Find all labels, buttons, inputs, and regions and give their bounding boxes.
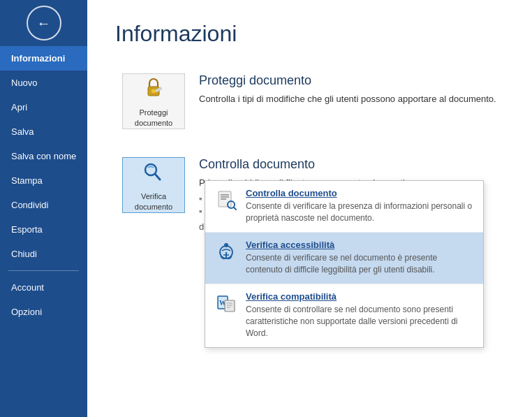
sidebar-item-salva-con-nome[interactable]: Salva con nome <box>0 144 87 168</box>
dropdown-desc-accessibilita: Consente di verificare se nel documento … <box>246 252 475 277</box>
sidebar-item-account[interactable]: Account <box>0 275 87 300</box>
sidebar-item-salva[interactable]: Salva <box>0 119 87 144</box>
svg-line-4 <box>155 174 160 180</box>
back-button[interactable]: ← <box>27 6 61 41</box>
accessibilita-icon <box>214 240 239 265</box>
controlla-documento-title: Controlla documento <box>199 157 497 172</box>
proteggi-documento-button[interactable]: Proteggi documento <box>122 73 185 129</box>
page-title: Informazioni <box>115 21 504 47</box>
dropdown-text-controlla: Controlla documento Consente di verifica… <box>246 188 475 225</box>
sidebar: ← Informazioni Nuovo Apri Salva Salva co… <box>0 0 87 417</box>
svg-line-10 <box>234 207 236 210</box>
proteggi-documento-desc: Controlla i tipi di modifiche che gli ut… <box>199 92 497 106</box>
verifica-dropdown-menu: Controlla documento Consente di verifica… <box>205 180 484 348</box>
verifica-documento-label: Verifica documento <box>127 191 180 212</box>
dropdown-text-compatibilita: Verifica compatibilità Consente di contr… <box>246 291 475 340</box>
dropdown-title-controlla: Controlla documento <box>246 188 475 198</box>
svg-rect-1 <box>152 89 156 93</box>
dropdown-text-accessibilita: Verifica accessibilità Consente di verif… <box>246 240 475 277</box>
dropdown-desc-controlla: Consente di verificare la presenza di in… <box>246 200 475 225</box>
sidebar-item-opzioni[interactable]: Opzioni <box>0 300 87 324</box>
back-arrow-icon: ← <box>37 15 51 31</box>
sidebar-divider <box>8 270 79 271</box>
sidebar-item-nuovo[interactable]: Nuovo <box>0 71 87 95</box>
sidebar-item-chiudi[interactable]: Chiudi <box>0 242 87 266</box>
proteggi-documento-title: Proteggi documento <box>199 73 497 88</box>
lock-icon <box>141 75 166 105</box>
proteggi-documento-content: Proteggi documento Controlla i tipi di m… <box>199 73 497 106</box>
sidebar-item-esporta[interactable]: Esporta <box>0 217 87 242</box>
inspect-icon <box>141 159 166 189</box>
verifica-documento-button[interactable]: Verifica documento <box>122 157 185 213</box>
dropdown-title-compatibilita: Verifica compatibilità <box>246 291 475 302</box>
main-content: Informazioni Proteggi documento Proteggi… <box>87 0 532 417</box>
svg-rect-17 <box>225 300 235 312</box>
controlla-documento-icon <box>214 188 239 213</box>
sidebar-item-informazioni[interactable]: Informazioni <box>0 46 87 71</box>
compatibilita-icon: W <box>214 291 239 316</box>
sidebar-item-condividi[interactable]: Condividi <box>0 193 87 217</box>
dropdown-item-verifica-compatibilita[interactable]: W Verifica compatibilità Consente di con… <box>205 284 483 347</box>
proteggi-documento-label: Proteggi documento <box>127 108 180 128</box>
sidebar-item-stampa[interactable]: Stampa <box>0 168 87 193</box>
dropdown-title-accessibilita: Verifica accessibilità <box>246 240 475 250</box>
sidebar-item-apri[interactable]: Apri <box>0 95 87 119</box>
dropdown-item-verifica-accessibilita[interactable]: Verifica accessibilità Consente di verif… <box>205 233 483 284</box>
dropdown-desc-compatibilita: Consente di controllare se nel documento… <box>246 304 475 340</box>
proteggi-documento-card: Proteggi documento Proteggi documento Co… <box>115 66 504 136</box>
dropdown-item-controlla-documento[interactable]: Controlla documento Consente di verifica… <box>205 181 483 233</box>
